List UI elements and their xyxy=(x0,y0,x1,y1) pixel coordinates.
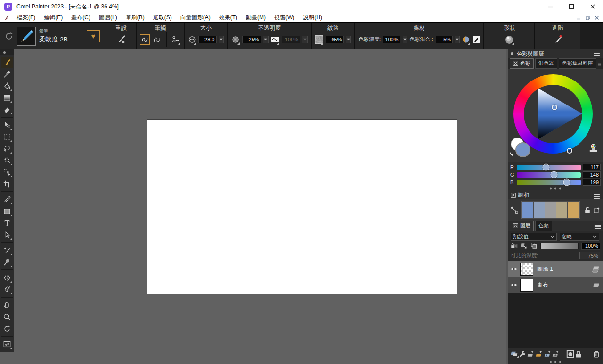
menu-item-edit[interactable]: 編輯(E) xyxy=(40,13,67,22)
toolbox-drag-handle[interactable] xyxy=(0,49,14,55)
green-value-field[interactable]: 148 xyxy=(583,171,601,178)
panel-header[interactable]: 色彩與圖層 xyxy=(508,49,603,58)
new-dynamic-layer-button[interactable] xyxy=(552,350,560,358)
layer-row-layer1[interactable]: 圖層 1 xyxy=(508,261,603,277)
harmony-swatch-5[interactable] xyxy=(568,202,579,218)
tool-cloner[interactable] xyxy=(1,256,13,268)
harmony-swatch-3[interactable] xyxy=(545,202,556,218)
color-strength-field[interactable]: 100% xyxy=(383,36,400,43)
straight-stroke-button[interactable] xyxy=(152,34,162,45)
blue-slider[interactable] xyxy=(517,180,581,185)
layers-panel-menu-icon[interactable] xyxy=(594,223,601,229)
new-layer-button[interactable] xyxy=(527,350,535,358)
color-blend-field[interactable]: 5% xyxy=(436,36,453,43)
swap-colors-icon[interactable] xyxy=(509,150,515,156)
tool-magic-wand[interactable] xyxy=(1,154,13,166)
harmony-close-icon[interactable] xyxy=(511,193,516,198)
grain-dropdown-button[interactable] xyxy=(346,36,351,43)
layer-visibility-eye-icon[interactable] xyxy=(508,283,520,288)
add-swatch-icon[interactable] xyxy=(593,207,600,214)
layer-merge-mode-dropdown[interactable]: 忽略 xyxy=(560,233,599,241)
green-slider[interactable] xyxy=(517,172,581,178)
tool-text[interactable] xyxy=(1,217,13,229)
document-canvas[interactable] xyxy=(147,119,457,294)
menu-item-movie[interactable]: 動畫(M) xyxy=(242,13,270,22)
clone-color-stamp-icon[interactable] xyxy=(588,143,599,154)
dab-shape-icon[interactable] xyxy=(504,34,514,45)
tool-crop[interactable] xyxy=(1,178,13,190)
panel-resize-dots[interactable] xyxy=(508,360,603,364)
panel-resize-dots[interactable] xyxy=(510,186,601,191)
red-value-field[interactable]: 117 xyxy=(583,164,601,170)
layer-thumbnail[interactable] xyxy=(520,279,533,292)
media-pen-icon[interactable] xyxy=(473,34,480,45)
grain-texture-icon[interactable] xyxy=(315,34,323,45)
menu-item-window[interactable]: 視窗(W) xyxy=(270,13,299,22)
harmony-menu-icon[interactable] xyxy=(593,193,600,198)
preserve-transparency-icon[interactable] xyxy=(511,242,518,250)
window-maximize-button[interactable] xyxy=(561,0,582,13)
opacity-icon[interactable] xyxy=(231,34,240,45)
harmony-swatch-2[interactable] xyxy=(534,202,545,218)
main-color-swatch[interactable] xyxy=(515,142,530,157)
tool-paint-bucket[interactable] xyxy=(1,80,13,92)
tool-grabber[interactable] xyxy=(1,299,13,311)
delete-layer-button[interactable] xyxy=(592,350,601,358)
opacity-value-field[interactable]: 25% xyxy=(242,36,261,43)
media-color-icon[interactable] xyxy=(462,34,470,45)
menu-item-help[interactable]: 說明(H) xyxy=(299,13,326,22)
expression-icon[interactable] xyxy=(271,34,279,45)
grain-value-field[interactable]: 65% xyxy=(326,36,343,43)
tool-shape-select[interactable] xyxy=(1,229,13,241)
window-close-button[interactable] xyxy=(582,0,603,13)
tab-mixer[interactable]: 混色器 xyxy=(535,58,557,69)
layer-name[interactable]: 圖層 1 xyxy=(537,265,590,273)
sv-marker[interactable] xyxy=(552,105,557,110)
menu-item-file[interactable]: 檔案(F) xyxy=(13,13,40,22)
new-liquid-ink-layer-button[interactable] xyxy=(544,350,552,358)
favorite-brush-button[interactable]: ♥ xyxy=(87,30,100,42)
panel-menu-icon[interactable] xyxy=(593,51,600,57)
opacity-dropdown-button[interactable] xyxy=(263,36,269,43)
red-slider[interactable] xyxy=(517,165,581,170)
tool-lasso[interactable] xyxy=(1,143,13,154)
layer-opacity-slider[interactable] xyxy=(540,243,579,249)
doc-close-button[interactable] xyxy=(595,16,599,20)
tool-pen[interactable] xyxy=(1,194,13,205)
tab-color[interactable]: 色彩 xyxy=(510,58,534,69)
window-minimize-button[interactable] xyxy=(539,0,561,13)
harmony-swatch-4[interactable] xyxy=(556,202,567,218)
harmony-header[interactable]: 調和 xyxy=(508,191,603,199)
menu-item-shapes[interactable]: 向量圖形(A) xyxy=(176,13,215,22)
layer-thumbnail[interactable] xyxy=(520,263,533,276)
tool-mirror-painting[interactable] xyxy=(1,272,13,283)
tool-perspective[interactable] xyxy=(1,283,13,295)
freehand-stroke-button[interactable] xyxy=(140,34,150,45)
layer-blend-icon[interactable] xyxy=(510,350,519,358)
lock-layer-button[interactable] xyxy=(574,350,583,358)
layer-visibility-eye-icon[interactable] xyxy=(508,267,520,272)
tool-layer-adjuster[interactable] xyxy=(1,119,13,131)
dab-stroke-button[interactable] xyxy=(171,34,180,45)
reset-brush-icon[interactable] xyxy=(116,34,126,45)
rotate-reset-icon[interactable] xyxy=(4,31,14,41)
menu-item-layers[interactable]: 圖層(L) xyxy=(95,13,122,22)
hue-marker[interactable] xyxy=(567,148,572,154)
color-blend-dropdown[interactable] xyxy=(455,36,460,43)
menu-item-select[interactable]: 選取(S) xyxy=(149,13,176,22)
layer-commands-icon[interactable] xyxy=(519,350,527,358)
color-strength-dropdown[interactable] xyxy=(403,36,407,43)
tool-brush[interactable] xyxy=(1,57,13,68)
tool-fit-screen[interactable] xyxy=(1,338,13,350)
size-icon[interactable] xyxy=(188,34,196,45)
layer-mask-button[interactable] xyxy=(566,350,575,358)
tool-rotate-page[interactable] xyxy=(1,323,13,334)
tool-gradient[interactable] xyxy=(1,92,13,104)
tool-transform[interactable] xyxy=(1,166,13,178)
menu-item-effects[interactable]: 效果(T) xyxy=(215,13,242,22)
tool-cloner-brush[interactable] xyxy=(1,244,13,256)
tab-channels[interactable]: 色頻 xyxy=(535,221,552,231)
doc-restore-button[interactable] xyxy=(586,16,590,20)
tool-rect-select[interactable] xyxy=(1,131,13,143)
size-value-field[interactable]: 28.0 xyxy=(198,36,216,43)
